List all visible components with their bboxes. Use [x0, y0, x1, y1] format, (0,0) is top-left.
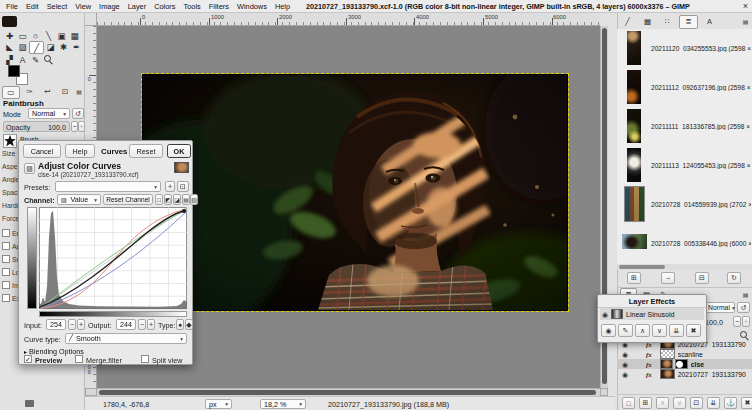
gradient-tool-button[interactable]: ▨ — [16, 41, 29, 52]
tab-tool-options[interactable]: ▭ — [2, 86, 20, 99]
layer-mode-reset-button[interactable]: ↺ — [737, 302, 750, 313]
paint-mode-dropdown[interactable]: Normal ▾ — [28, 108, 70, 119]
rectangle-select-tool-button[interactable]: ▭ — [16, 30, 29, 41]
clear-history-button[interactable]: ⊟ — [695, 272, 709, 284]
menu-image[interactable]: Image — [95, 2, 124, 11]
tab-images[interactable]: ⊡ — [57, 86, 73, 97]
effect-lower-button[interactable]: ∨ — [652, 324, 667, 337]
menu-view[interactable]: View — [71, 2, 95, 11]
measure-tool-button[interactable]: ╲ — [42, 30, 55, 41]
history-scrollbar-thumb[interactable] — [619, 265, 665, 269]
history-item[interactable]: 20211111_181336785.jpg (2598 × 46 — [617, 107, 752, 146]
ruler-corner[interactable] — [85, 13, 97, 26]
new-group-button[interactable]: ⊞ — [639, 397, 652, 409]
menu-layer[interactable]: Layer — [124, 2, 151, 11]
menu-select[interactable]: Select — [43, 2, 72, 11]
effect-row[interactable]: ◉ Linear Sinusoid — [600, 308, 704, 320]
lower-layer-button[interactable]: ∨ — [673, 397, 686, 409]
preset-menu-button[interactable]: ⊡ — [177, 181, 189, 192]
tab-fonts[interactable]: A — [701, 16, 718, 28]
effect-delete-button[interactable]: ✖ — [686, 324, 701, 337]
zoom-dropdown[interactable]: 18,2 % ▾ — [260, 399, 306, 409]
layer-mode-dropdown[interactable]: Normal ▾ — [704, 302, 735, 313]
fx-badge[interactable]: fx — [646, 361, 652, 368]
visibility-eye-icon[interactable]: ◉ — [622, 361, 628, 368]
history-item[interactable]: 20211120_034255553.jpg (2598 × 4 — [617, 29, 752, 68]
visibility-eye-icon[interactable]: ◉ — [622, 371, 628, 378]
layers-menu-button[interactable]: ▤ — [741, 289, 750, 300]
text-tool-button[interactable]: A — [16, 54, 29, 65]
merge-filter-checkbox[interactable] — [75, 355, 83, 363]
merge-layer-button[interactable]: ⇊ — [707, 397, 720, 409]
history-scrollbar[interactable] — [617, 264, 752, 270]
new-layer-button[interactable]: □ — [622, 397, 635, 409]
jitter-checkbox[interactable] — [2, 242, 10, 250]
opacity-plus-button[interactable]: + — [78, 121, 85, 132]
reset-channel-button[interactable]: Reset Channel — [103, 194, 153, 205]
ink-tool-button[interactable]: ✒ — [70, 41, 83, 52]
effect-merge-button[interactable]: ⇊ — [669, 324, 684, 337]
effect-visibility-eye-icon[interactable]: ◉ — [602, 311, 608, 318]
layer-row-background[interactable]: ◉ fx 20210727_193133790 — [617, 369, 752, 379]
refresh-preview-button[interactable]: ↻ — [727, 272, 741, 284]
unit-dropdown[interactable]: px ▾ — [205, 399, 232, 409]
opacity-minus-button[interactable]: − — [71, 121, 78, 132]
output-plus-button[interactable]: + — [147, 319, 155, 330]
add-preset-button[interactable]: + — [165, 181, 175, 192]
transform-tool-button[interactable]: ▦ — [68, 30, 81, 41]
layer-mask-thumbnail[interactable] — [675, 359, 688, 369]
cancel-button[interactable]: Cancel — [23, 144, 61, 158]
window-close-button[interactable]: × — [743, 0, 748, 13]
channel-dropdown[interactable]: ▥ Value ▾ — [57, 194, 101, 205]
fx-badge[interactable]: fx — [646, 351, 652, 358]
linear-histogram-toggle[interactable]: □ — [155, 194, 163, 205]
tab-undo-history[interactable]: ↩ — [40, 86, 56, 97]
layer-row-scanline[interactable]: ◉ fx scanline — [617, 349, 752, 359]
tab-document-history[interactable]: ≣ — [679, 15, 698, 29]
layer-opacity-minus-button[interactable]: − — [733, 316, 741, 327]
input-field[interactable]: 254 — [46, 319, 66, 330]
clone-tool-button[interactable]: ▞ — [3, 54, 16, 65]
history-item[interactable]: 20211112_092637196.jpg (2598 × 46 — [617, 68, 752, 107]
preview-checkbox[interactable]: ✓ — [24, 355, 32, 363]
visibility-eye-icon[interactable]: ◉ — [622, 351, 628, 358]
menu-tools[interactable]: Tools — [180, 2, 205, 11]
effect-visibility-button[interactable]: ◉ — [601, 324, 616, 337]
curve-graph[interactable] — [39, 207, 187, 309]
raise-layer-button[interactable]: ∧ — [656, 397, 669, 409]
horizontal-scrollbar[interactable] — [97, 388, 600, 396]
quick-mask-button[interactable] — [85, 388, 97, 396]
help-button[interactable]: Help — [65, 144, 95, 158]
grid-toggle-2[interactable]: ▥ — [190, 194, 198, 205]
resize-grip[interactable] — [102, 362, 111, 365]
log-histogram-toggle[interactable]: ◩ — [164, 194, 172, 205]
history-item[interactable]: 20211113_124055453.jpg (2598 × 46 — [617, 146, 752, 185]
output-field[interactable]: 244 — [116, 319, 136, 330]
ok-button[interactable]: OK — [167, 144, 191, 158]
airbrush-tool-button[interactable]: ✱ — [57, 41, 70, 52]
duplicate-layer-button[interactable]: ⊡ — [690, 397, 703, 409]
history-item[interactable]: 20210728_005338446.jpg (6000 × — [617, 224, 752, 263]
free-select-tool-button[interactable]: ○ — [29, 30, 42, 41]
reset-button[interactable]: Reset — [129, 144, 163, 158]
mode-reset-button[interactable]: ↺ — [72, 108, 84, 119]
layer-opacity-plus-button[interactable]: + — [742, 316, 750, 327]
tool-options-bottom-button[interactable] — [25, 400, 34, 407]
output-minus-button[interactable]: − — [138, 319, 146, 330]
menu-windows[interactable]: Windows — [233, 2, 271, 11]
dock-menu-button[interactable]: ▤ — [75, 86, 83, 97]
tab-device-status[interactable]: ✑ — [22, 86, 38, 97]
split-view-checkbox[interactable] — [141, 355, 149, 363]
input-plus-button[interactable]: + — [77, 319, 85, 330]
zoom-tool-button[interactable] — [42, 54, 55, 65]
history-menu-button[interactable]: ▤ — [741, 16, 750, 27]
tab-brushes[interactable]: ╱ — [619, 16, 636, 28]
lock-brush-checkbox[interactable] — [2, 268, 10, 276]
tab-patterns[interactable]: ▦ — [639, 16, 656, 28]
crop-tool-button[interactable]: ▣ — [55, 30, 68, 41]
effect-raise-button[interactable]: ∧ — [635, 324, 650, 337]
open-entry-button[interactable]: ⊞ — [627, 272, 641, 284]
move-tool-button[interactable]: ✚ — [3, 30, 16, 41]
delete-layer-button[interactable]: ✖ — [741, 397, 752, 409]
smooth-point-button[interactable]: ● — [176, 319, 184, 330]
